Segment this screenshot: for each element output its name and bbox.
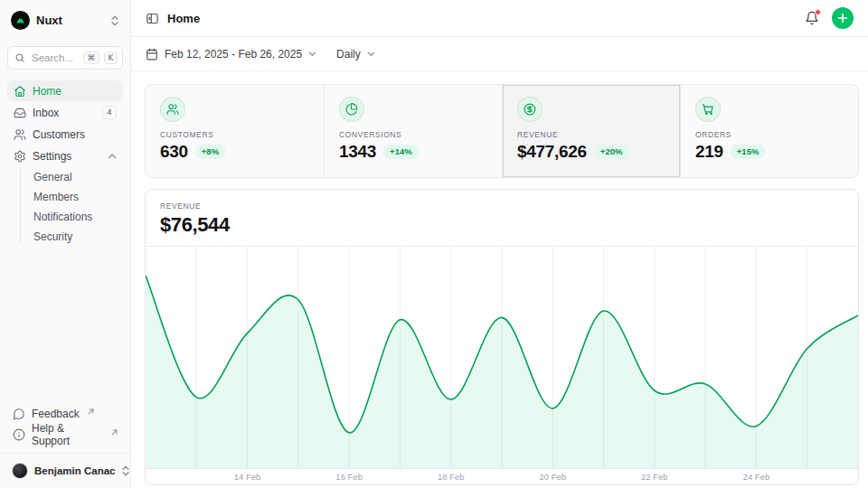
stat-label: ORDERS <box>695 130 844 139</box>
sidebar-item-inbox[interactable]: Inbox 4 <box>7 102 123 123</box>
x-axis: 14 Feb16 Feb18 Feb20 Feb22 Feb24 Feb <box>146 468 858 484</box>
date-range-picker[interactable]: Feb 12, 2025 - Feb 26, 2025 <box>146 48 316 61</box>
chevron-up-down-icon <box>121 465 130 477</box>
dashboard-content: CUSTOMERS 630 +8% CONVERSIONS <box>131 71 868 488</box>
collapse-sidebar-icon[interactable] <box>146 12 159 25</box>
gear-icon <box>14 150 26 163</box>
user-avatar <box>12 463 28 479</box>
workspace-name: Nuxt <box>36 14 62 27</box>
stat-delta-badge: +15% <box>731 145 766 159</box>
kbd-k: K <box>104 52 118 64</box>
x-tick-label: 22 Feb <box>641 472 668 482</box>
kbd-cmd: ⌘ <box>83 52 99 64</box>
app-window: Nuxt ⌘ K <box>0 0 868 488</box>
x-tick-label: 18 Feb <box>438 472 465 482</box>
circle-dollar-icon <box>517 97 542 122</box>
user-menu[interactable]: Benjamin Canac <box>7 454 123 479</box>
stat-delta-badge: +14% <box>383 145 419 159</box>
stat-value: 1343 <box>339 142 376 162</box>
chart-pie-icon <box>339 97 364 122</box>
x-tick-label: 24 Feb <box>743 472 770 482</box>
shopping-cart-icon <box>695 97 721 122</box>
users-icon <box>14 128 26 141</box>
stat-label: CUSTOMERS <box>160 130 309 139</box>
inbox-icon <box>14 107 26 119</box>
info-circle-icon <box>13 428 25 441</box>
chart-header: REVENUE $76,544 <box>146 190 858 247</box>
sidebar-footer: Feedback Help & Support <box>7 404 123 445</box>
page-title: Home <box>167 12 200 25</box>
sidebar-item-security[interactable]: Security <box>28 227 123 247</box>
date-range-value: Feb 12, 2025 - Feb 26, 2025 <box>165 48 302 61</box>
stat-value: $477,626 <box>517 142 587 162</box>
main-panel: Home <box>131 0 868 488</box>
stat-card-customers[interactable]: CUSTOMERS 630 +8% <box>146 85 324 177</box>
x-tick-label: 14 Feb <box>234 472 261 482</box>
filters-toolbar: Feb 12, 2025 - Feb 26, 2025 Daily <box>131 37 868 71</box>
sidebar-item-general[interactable]: General <box>28 167 123 187</box>
help-support-label: Help & Support <box>32 422 103 447</box>
sidebar-item-notifications[interactable]: Notifications <box>28 207 123 227</box>
sidebar-item-customers[interactable]: Customers <box>7 124 123 145</box>
revenue-chart-svg[interactable] <box>146 247 858 468</box>
workspace-switcher[interactable]: Nuxt <box>7 7 123 33</box>
sidebar-item-home[interactable]: Home <box>7 80 123 101</box>
chevron-up-icon <box>108 152 117 161</box>
stat-card-revenue[interactable]: REVENUE $477,626 +20% <box>502 85 680 177</box>
sidebar-item-label: Customers <box>33 128 85 141</box>
chevron-down-icon <box>367 50 375 58</box>
topbar-actions <box>805 7 854 29</box>
stat-delta-badge: +20% <box>594 145 629 159</box>
sidebar-item-settings[interactable]: Settings <box>7 145 123 166</box>
settings-subtree: General Members Notifications Security <box>20 167 123 247</box>
chart-metric-label: REVENUE <box>160 202 844 211</box>
revenue-chart-card: REVENUE $76,544 14 Feb16 Feb18 Feb20 Feb… <box>145 189 859 485</box>
chart-metric-value: $76,544 <box>160 213 844 237</box>
stat-value: 630 <box>160 142 188 162</box>
period-value: Daily <box>336 48 361 61</box>
top-header: Home <box>131 0 868 37</box>
add-button[interactable] <box>832 7 854 29</box>
period-select[interactable]: Daily <box>336 48 375 61</box>
x-tick-label: 16 Feb <box>335 472 363 482</box>
stat-label: CONVERSIONS <box>339 130 487 139</box>
notification-dot <box>815 9 821 15</box>
stat-delta-badge: +8% <box>195 145 225 159</box>
chevron-down-icon <box>308 50 316 58</box>
users-icon <box>160 97 185 122</box>
stat-card-orders[interactable]: ORDERS 219 +15% <box>680 85 858 177</box>
home-icon <box>14 85 26 98</box>
x-tick-label: 20 Feb <box>539 472 566 482</box>
sidebar-item-members[interactable]: Members <box>28 187 123 207</box>
calendar-icon <box>146 48 158 61</box>
notifications-button[interactable] <box>805 11 819 25</box>
plus-icon <box>837 13 848 23</box>
chart-plot-area[interactable] <box>146 247 858 468</box>
stat-card-conversions[interactable]: CONVERSIONS 1343 +14% <box>324 85 502 177</box>
chevron-up-down-icon <box>110 14 119 27</box>
user-name: Benjamin Canac <box>34 465 115 476</box>
external-link-icon <box>111 429 118 436</box>
nuxt-logo-icon <box>11 11 30 30</box>
sidebar-item-label: Inbox <box>33 107 59 119</box>
search-input[interactable] <box>30 52 79 64</box>
sidebar-nav: Home Inbox 4 C <box>7 80 123 247</box>
sidebar-spacer <box>7 247 123 404</box>
message-circle-icon <box>13 408 25 420</box>
stats-strip: CUSTOMERS 630 +8% CONVERSIONS <box>145 84 859 178</box>
stat-label: REVENUE <box>517 130 665 139</box>
feedback-label: Feedback <box>32 408 80 420</box>
sidebar-item-label: Home <box>33 85 61 98</box>
inbox-count-badge: 4 <box>102 106 117 119</box>
search-input-wrapper[interactable]: ⌘ K <box>7 46 123 70</box>
external-link-icon <box>88 408 94 415</box>
stat-value: 219 <box>695 142 723 162</box>
sidebar: Nuxt ⌘ K <box>0 0 131 488</box>
feedback-link[interactable]: Feedback <box>7 404 123 424</box>
search-icon <box>14 52 25 63</box>
sidebar-item-label: Settings <box>33 150 71 163</box>
help-support-link[interactable]: Help & Support <box>7 425 123 445</box>
